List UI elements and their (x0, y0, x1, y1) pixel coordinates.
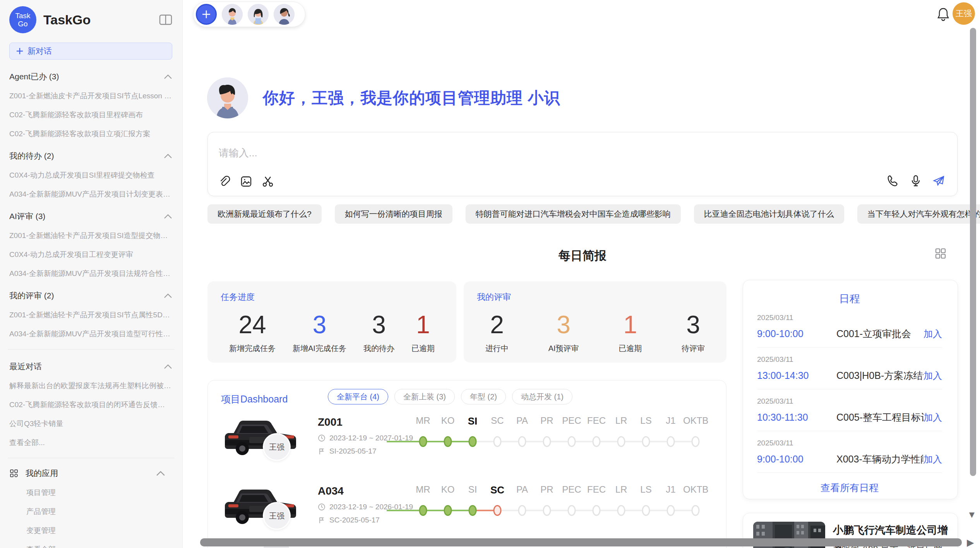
chevron-up-icon[interactable] (164, 74, 172, 79)
card-title: 我的评审 (477, 291, 705, 303)
owner-avatar: 王强 (263, 502, 291, 530)
dashboard-tabs: 全新平台 (4) 全新上装 (3) 年型 (2) 动总开发 (1) (328, 389, 572, 404)
sidebar-item[interactable]: Z001-全新燃油轻卡产品开发项目SI造型提交物评审 (9, 231, 172, 241)
microphone-icon[interactable] (909, 174, 922, 187)
milestone-dot (518, 505, 526, 516)
tab-year-model[interactable]: 年型 (2) (461, 389, 506, 404)
notification-bell-icon[interactable] (936, 7, 950, 22)
schedule-event: 2025/03/11 9:00-10:00 C001-立项审批会 加入 (757, 306, 942, 348)
agent-avatar-2[interactable] (248, 4, 269, 25)
scissors-icon[interactable] (261, 175, 274, 188)
tab-powertrain[interactable]: 动总开发 (1) (512, 389, 572, 404)
new-chat-button[interactable]: 新对话 (9, 43, 172, 60)
new-chat-label: 新对话 (27, 46, 52, 57)
plus-icon (16, 47, 24, 55)
agent-avatar-3[interactable] (274, 4, 295, 25)
chevron-up-icon[interactable] (164, 153, 172, 159)
recent-view-all[interactable]: 查看全部... (9, 438, 172, 448)
recent-item[interactable]: 公司Q3轻卡销量 (9, 419, 172, 429)
section-recent: 最近对话 解释最新出台的欧盟报废车法规再生塑料比例被调至15%... C02-飞… (9, 361, 172, 448)
card-title: 任务进度 (221, 291, 435, 303)
project-dashboard-card: 项目Dashboard 全新平台 (4) 全新上装 (3) 年型 (2) 动总开… (207, 380, 726, 548)
dashboard-title: 项目Dashboard (221, 393, 288, 406)
chevron-up-icon[interactable] (156, 469, 165, 478)
logo-line1: Task (15, 12, 30, 20)
user-avatar[interactable]: 王强 (953, 2, 975, 25)
image-icon[interactable] (240, 175, 253, 188)
sidebar: Task Go TaskGo 新对话 Agent已办 (3) Z001-全新燃油… (0, 0, 183, 548)
sidebar-item[interactable]: C0X4-动力总成开发项目SI里程碑提交物检查 (9, 170, 172, 180)
sidebar-item[interactable]: C02-飞腾新能源轻客改款项目立项汇报方案 (9, 129, 172, 139)
task-progress-card: 任务进度 24 新增完成任务 3 新增AI完成任务 3 我的待办 1 已逾期 (207, 281, 456, 363)
my-apps-row[interactable]: 我的应用 (9, 468, 172, 479)
join-link[interactable]: 加入 (923, 328, 942, 340)
suggestion-chip[interactable]: 欧洲新规最近颁布了什么? (207, 204, 322, 224)
composer-card (207, 132, 958, 196)
schedule-event: 2025/03/11 9:00-10:00 X003-车辆动力学性能验... 加… (757, 431, 942, 473)
clock-icon (318, 503, 326, 511)
chevron-up-icon[interactable] (164, 214, 172, 219)
phone-icon[interactable] (886, 174, 899, 187)
horizontal-scrollbar[interactable] (200, 538, 962, 546)
sidebar-item[interactable]: A034-全新新能源MUV产品开发项目计划变更表编写 (9, 189, 172, 199)
recent-item[interactable]: C02-飞腾新能源轻客改款项目的闭环通告反馈情况 (9, 400, 172, 410)
schedule-event: 2025/03/11 13:00-14:30 C003|H0B-方案冻结评审 加… (757, 348, 942, 389)
sidebar-item[interactable]: Z001-全新燃油轻卡产品开发项目SI节点属性5D文件评审 (9, 310, 172, 320)
chevron-up-icon[interactable] (164, 364, 172, 369)
view-all-schedule-link[interactable]: 查看所有日程 (757, 481, 942, 494)
stat-ai-done: 3 新增AI完成任务 (293, 307, 346, 354)
app-item[interactable]: 产品管理 (26, 507, 172, 517)
milestone-dot (543, 505, 551, 516)
suggestion-chip[interactable]: 如何写一份清晰的项目周报 (335, 204, 452, 224)
suggestion-chip[interactable]: 当下年轻人对汽车外观有怎样的喜好趋势 (857, 204, 980, 224)
project-row: 王强 A034 2023-12-19 ~ 2026-01-19 SC-2025-… (208, 482, 726, 548)
greeting-block: 你好，王强，我是你的项目管理助理 小识 (207, 77, 560, 118)
apps-view-all[interactable]: 查看全部... (26, 545, 172, 548)
join-link[interactable]: 加入 (923, 370, 942, 382)
event-date: 2025/03/11 (757, 397, 942, 406)
composer-attachments (218, 175, 274, 188)
app-item[interactable]: 变更管理 (26, 526, 172, 536)
join-link[interactable]: 加入 (923, 411, 942, 424)
main-content: 王强 你好，王强，我是你的项目管理助理 小识 欧洲新规最近颁布了什么? 如 (183, 0, 980, 548)
recent-item[interactable]: 解释最新出台的欧盟报废车法规再生塑料比例被调至15%... (9, 381, 172, 391)
event-time: 10:30-11:30 (757, 412, 836, 423)
milestone-dot (667, 505, 675, 516)
sidebar-item[interactable]: C0X4-动力总成开发项目工程变更评审 (9, 250, 172, 260)
project-row: 王强 Z001 2023-12-19 ~ 2027-01-19 SI-2025-… (208, 413, 726, 479)
sidebar-item[interactable]: C02-飞腾新能源轻客改款项目里程碑画布 (9, 110, 172, 120)
join-link[interactable]: 加入 (923, 453, 942, 466)
agent-avatar-1[interactable] (222, 4, 243, 25)
sidebar-item[interactable]: A034-全新新能源MUV产品开发项目法规符合性评审 (9, 269, 172, 279)
event-name: X003-车辆动力学性能验... (836, 453, 923, 466)
tab-new-platform[interactable]: 全新平台 (4) (328, 389, 388, 404)
flag-icon (318, 447, 326, 455)
sidebar-item[interactable]: Z001-全新燃油皮卡产品开发项目SI节点Lesson Learn报告 (9, 91, 172, 101)
scroll-down-arrow[interactable]: ▼ (967, 509, 977, 520)
suggestion-chips: 欧洲新规最近颁布了什么? 如何写一份清晰的项目周报 特朗普可能对进口汽车增税会对… (207, 204, 958, 224)
send-icon[interactable] (932, 174, 946, 187)
layout-grid-icon[interactable] (935, 248, 946, 259)
chevron-up-icon[interactable] (164, 293, 172, 298)
suggestion-chip[interactable]: 比亚迪全固态电池计划具体说了什么 (694, 204, 844, 224)
add-agent-button[interactable] (196, 4, 217, 25)
paperclip-icon[interactable] (218, 175, 231, 188)
scroll-right-arrow[interactable]: ▶ (967, 537, 974, 548)
stat-my-todo: 3 我的待办 (363, 307, 394, 354)
app-item[interactable]: 项目管理 (26, 488, 172, 498)
milestone-dot (444, 505, 452, 516)
sidebar-item[interactable]: A034-全新新能源MUV产品开发项目造型可行性评审 (9, 329, 172, 339)
tab-new-topbody[interactable]: 全新上装 (3) (394, 389, 455, 404)
vertical-scrollbar[interactable] (970, 28, 976, 476)
schedule-event: 2025/03/11 10:30-11:30 C005-整车工程目标评审 加入 (757, 389, 942, 431)
section-title: Agent已办 (3) (9, 71, 59, 82)
divider (8, 349, 175, 349)
milestone-dot (493, 505, 502, 516)
section-title: AI评审 (3) (9, 211, 45, 222)
milestone-dot (568, 436, 576, 447)
suggestion-chip[interactable]: 特朗普可能对进口汽车增税会对中国车企造成哪些影响 (466, 204, 681, 224)
collapse-sidebar-icon[interactable] (159, 14, 172, 26)
milestone-dot (469, 505, 477, 516)
section-title: 我的待办 (2) (9, 151, 54, 161)
message-input[interactable] (219, 147, 799, 159)
